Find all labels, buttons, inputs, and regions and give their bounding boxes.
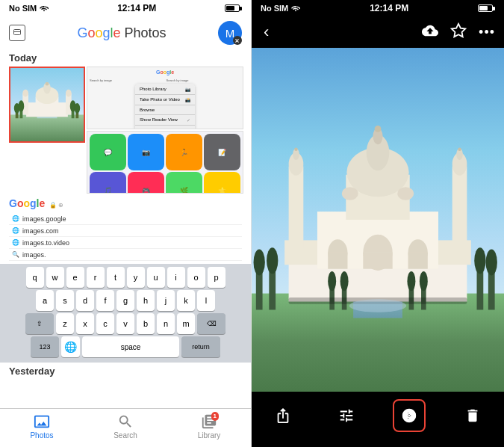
key-r[interactable]: r [87,267,105,288]
trash-button[interactable] [456,399,489,432]
key-backspace[interactable]: ⌫ [197,313,225,334]
key-h[interactable]: h [137,290,155,311]
lens-button[interactable] [393,399,426,432]
ios-homescreen-screenshot[interactable]: 💬 📷 🏃 📝 🎵 🎮 🌿 ⭐ UtilitiesCreativity [87,131,243,194]
right-panel: No SIM 12:14 PM ‹ [252,0,504,447]
svg-rect-47 [452,167,467,249]
key-v[interactable]: v [116,313,134,334]
key-a[interactable]: a [36,290,54,311]
left-battery-icon [225,4,242,12]
key-d[interactable]: d [76,290,94,311]
keyboard-row-1: q w e r t y u i o p [1,267,249,288]
key-g[interactable]: g [116,290,134,311]
suggestion-3[interactable]: 🌐 images.to.video [9,237,242,249]
svg-marker-22 [452,24,465,37]
back-button[interactable]: ‹ [261,19,272,45]
right-status-bar: No SIM 12:14 PM [252,0,504,16]
photos-composite: Google Search by image Search by image P… [0,67,251,194]
svg-point-52 [328,271,336,291]
keyboard: q w e r t y u i o p a s d f g h j k l ⇧ … [0,264,251,363]
key-space[interactable]: space [82,336,179,357]
key-k[interactable]: k [177,290,195,311]
avatar-badge [233,36,242,45]
svg-rect-43 [289,167,304,249]
tab-search-label: Search [113,431,137,440]
key-u[interactable]: u [147,267,165,288]
key-n[interactable]: n [157,313,175,334]
avatar[interactable]: M [218,21,242,45]
right-carrier: No SIM [261,4,288,13]
share-button[interactable] [267,399,299,432]
svg-point-50 [458,148,461,151]
today-section-label: Today [0,49,251,67]
key-y[interactable]: y [127,267,145,288]
screenshot-panels: Google Search by image Search by image P… [87,67,243,194]
left-status-right [225,4,242,12]
svg-point-40 [375,126,382,132]
globe-icon-1: 🌐 [12,215,19,222]
search-icon-small: 🔍 [12,251,19,258]
suggestion-2[interactable]: 🌐 images.com [9,225,242,237]
right-status-battery [478,4,495,12]
key-x[interactable]: x [76,313,94,334]
star-icon[interactable] [450,22,467,42]
svg-point-19 [19,100,25,111]
key-123[interactable]: 123 [31,336,59,357]
app-1: 🎵 [90,172,126,194]
app-camera: 📷 [128,134,164,170]
key-s[interactable]: s [56,290,74,311]
svg-point-60 [254,249,265,275]
key-c[interactable]: c [96,313,114,334]
key-emoji[interactable]: 🌐 [61,336,80,357]
app-2: 🎮 [128,172,164,194]
tab-photos[interactable]: Photos [0,413,84,440]
right-header-icons: ••• [422,22,495,42]
google-search-screenshot[interactable]: Google Search by image Search by image P… [87,67,243,129]
key-i[interactable]: i [167,267,185,288]
suggestion-1[interactable]: 🌐 images.google [9,213,242,225]
app-3: 🌿 [166,172,202,194]
key-t[interactable]: t [107,267,125,288]
key-f[interactable]: f [96,290,114,311]
left-wifi-icon [40,4,49,13]
key-j[interactable]: j [157,290,175,311]
svg-rect-31 [363,253,392,269]
key-l[interactable]: l [197,290,215,311]
left-carrier: No SIM [9,4,37,13]
svg-point-62 [267,247,278,274]
keyboard-row-4: 123 🌐 space return [1,336,249,357]
google-small-logo-row: Google 🔒 ⊕ [0,195,251,210]
svg-point-9 [66,90,72,97]
library-badge: 1 [211,412,219,421]
key-m[interactable]: m [177,313,195,334]
key-b[interactable]: b [137,313,155,334]
app-activity: 🏃 [166,134,202,170]
more-options-icon[interactable]: ••• [479,25,495,40]
sliders-button[interactable] [330,399,363,432]
svg-point-7 [22,90,28,97]
key-e[interactable]: e [66,267,84,288]
key-q[interactable]: q [26,267,44,288]
right-battery-icon [478,4,495,12]
photos-tab-icon [34,413,50,430]
chat-icon[interactable] [9,25,25,41]
globe-icon-2: 🌐 [12,227,19,234]
tab-search[interactable]: Search [84,413,167,440]
search-tab-icon [117,413,134,430]
key-o[interactable]: o [187,267,205,288]
suggestion-4[interactable]: 🔍 images. [9,249,242,261]
key-p[interactable]: p [208,267,225,288]
svg-rect-35 [408,253,428,269]
right-wifi-icon [291,4,300,13]
cloud-upload-icon[interactable] [422,22,438,42]
key-shift[interactable]: ⇧ [25,313,54,334]
photo-display [252,48,504,392]
tab-library[interactable]: 1 Library [167,413,251,440]
key-w[interactable]: w [46,267,64,288]
svg-point-66 [474,247,485,274]
svg-point-54 [340,271,349,291]
taj-thumbnail[interactable] [9,67,85,143]
key-z[interactable]: z [56,313,74,334]
right-status-left: No SIM [261,4,300,13]
key-return[interactable]: return [181,336,220,357]
